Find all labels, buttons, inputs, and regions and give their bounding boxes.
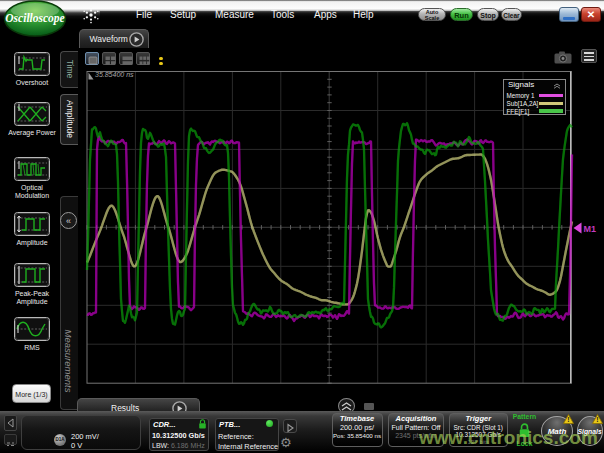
svg-text:Oscilloscope: Oscilloscope	[5, 12, 64, 25]
svg-text:M1: M1	[584, 223, 597, 233]
svg-text:!: !	[596, 416, 598, 423]
svg-text:!: !	[567, 416, 569, 423]
